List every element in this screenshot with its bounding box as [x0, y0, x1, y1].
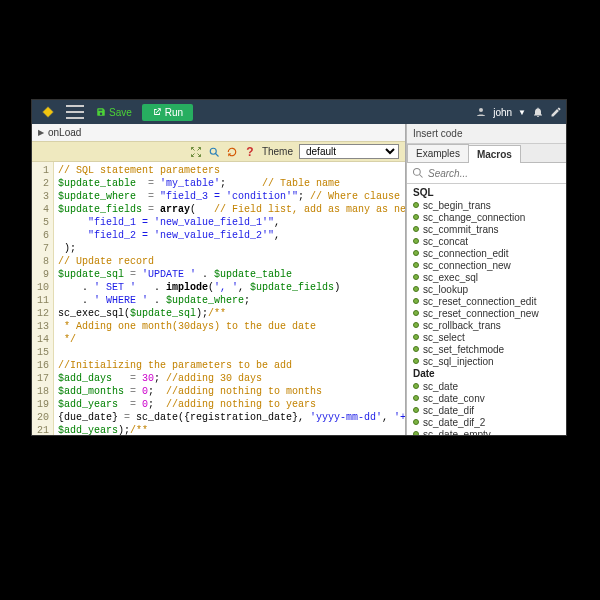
expand-icon[interactable] — [190, 146, 202, 158]
macro-item[interactable]: sc_connection_edit — [407, 247, 566, 259]
macro-item[interactable]: sc_sql_injection — [407, 355, 566, 367]
macro-item[interactable]: sc_commit_trans — [407, 223, 566, 235]
macro-item[interactable]: sc_set_fetchmode — [407, 343, 566, 355]
macro-item[interactable]: sc_date_conv — [407, 392, 566, 404]
bullet-icon — [413, 322, 419, 328]
macro-item[interactable]: sc_select — [407, 331, 566, 343]
app-logo-icon — [40, 104, 56, 120]
bullet-icon — [413, 286, 419, 292]
user-menu[interactable]: john ▼ — [475, 106, 526, 118]
triangle-right-icon: ▶ — [38, 128, 44, 137]
category-header: SQL — [407, 186, 566, 199]
save-label: Save — [109, 107, 132, 118]
macro-item[interactable]: sc_date_empty — [407, 428, 566, 435]
search-code-icon[interactable] — [208, 146, 220, 158]
macro-item[interactable]: sc_concat — [407, 235, 566, 247]
code-editor[interactable]: 1234567891011121314151617181920212223242… — [32, 162, 405, 435]
tab-macros[interactable]: Macros — [468, 145, 521, 163]
bullet-icon — [413, 419, 419, 425]
macro-list: SQLsc_begin_transsc_change_connectionsc_… — [407, 184, 566, 435]
event-tab-bar: ▶ onLoad — [32, 124, 405, 142]
main-area: ▶ onLoad ? Theme default 123456789101112… — [32, 124, 566, 435]
bullet-icon — [413, 358, 419, 364]
bullet-icon — [413, 262, 419, 268]
tab-examples[interactable]: Examples — [407, 144, 469, 162]
bullet-icon — [413, 226, 419, 232]
bullet-icon — [413, 298, 419, 304]
svg-line-3 — [215, 153, 218, 156]
edit-icon[interactable] — [550, 106, 562, 118]
side-tabs: Examples Macros — [407, 144, 566, 163]
code-content[interactable]: // SQL statement parameters$update_table… — [54, 162, 405, 435]
bullet-icon — [413, 395, 419, 401]
bullet-icon — [413, 383, 419, 389]
run-button[interactable]: Run — [142, 104, 193, 121]
macro-item[interactable]: sc_rollback_trans — [407, 319, 566, 331]
macro-item[interactable]: sc_begin_trans — [407, 199, 566, 211]
macro-item[interactable]: sc_change_connection — [407, 211, 566, 223]
macro-item[interactable]: sc_connection_new — [407, 259, 566, 271]
macro-item[interactable]: sc_date_dif_2 — [407, 416, 566, 428]
svg-line-5 — [420, 175, 423, 178]
caret-down-icon: ▼ — [518, 108, 526, 117]
event-name[interactable]: onLoad — [48, 127, 81, 138]
user-name: john — [493, 107, 512, 118]
run-icon — [152, 107, 162, 117]
bell-icon[interactable] — [532, 106, 544, 118]
editor-column: ▶ onLoad ? Theme default 123456789101112… — [32, 124, 406, 435]
side-panel-title: Insert code — [407, 124, 566, 144]
macro-search — [407, 163, 566, 184]
macro-item[interactable]: sc_date_dif — [407, 404, 566, 416]
svg-point-1 — [479, 108, 483, 112]
user-icon — [475, 106, 487, 118]
bullet-icon — [413, 346, 419, 352]
theme-select[interactable]: default — [299, 144, 399, 159]
bullet-icon — [413, 214, 419, 220]
macro-item[interactable]: sc_lookup — [407, 283, 566, 295]
bullet-icon — [413, 431, 419, 435]
save-button[interactable]: Save — [90, 105, 138, 120]
save-icon — [96, 107, 106, 117]
svg-point-4 — [414, 169, 421, 176]
bullet-icon — [413, 238, 419, 244]
app-window: Save Run john ▼ ▶ onLoad ? Theme — [31, 99, 567, 436]
svg-marker-0 — [42, 106, 53, 117]
bullet-icon — [413, 334, 419, 340]
help-icon[interactable]: ? — [244, 146, 256, 158]
run-label: Run — [165, 107, 183, 118]
editor-toolbar: ? Theme default — [32, 142, 405, 162]
top-toolbar: Save Run john ▼ — [32, 100, 566, 124]
menu-icon[interactable] — [66, 105, 84, 119]
side-panel: Insert code Examples Macros SQLsc_begin_… — [406, 124, 566, 435]
bullet-icon — [413, 310, 419, 316]
line-gutter: 1234567891011121314151617181920212223242… — [32, 162, 54, 435]
macro-item[interactable]: sc_date — [407, 380, 566, 392]
macro-item[interactable]: sc_reset_connection_new — [407, 307, 566, 319]
refresh-icon[interactable] — [226, 146, 238, 158]
macro-item[interactable]: sc_exec_sql — [407, 271, 566, 283]
bullet-icon — [413, 274, 419, 280]
search-input[interactable] — [428, 168, 561, 179]
bullet-icon — [413, 202, 419, 208]
svg-point-2 — [210, 148, 216, 154]
category-header: Date — [407, 367, 566, 380]
bullet-icon — [413, 250, 419, 256]
bullet-icon — [413, 407, 419, 413]
macro-item[interactable]: sc_reset_connection_edit — [407, 295, 566, 307]
search-icon — [412, 167, 424, 179]
theme-label: Theme — [262, 146, 293, 157]
